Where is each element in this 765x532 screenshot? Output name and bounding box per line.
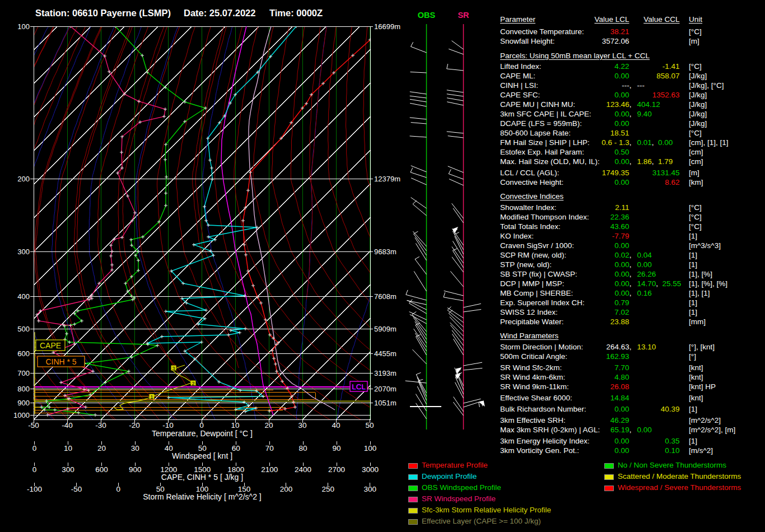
- svg-text:0: 0: [32, 465, 37, 474]
- svg-text:CAPE, CINH * 5 [ J/kg ]: CAPE, CINH * 5 [ J/kg ]: [161, 473, 243, 482]
- svg-text:-100: -100: [27, 485, 42, 493]
- svg-text:0: 0: [116, 485, 121, 493]
- svg-text:250: 250: [322, 485, 335, 493]
- svg-text:Storm Relative Helicity [ m^2/: Storm Relative Helicity [ m^2/s^2 ]: [143, 492, 262, 501]
- svg-text:2100: 2100: [261, 465, 278, 474]
- svg-text:900: 900: [129, 465, 142, 474]
- svg-text:2400: 2400: [295, 465, 311, 474]
- svg-text:600: 600: [95, 465, 108, 474]
- svg-text:200: 200: [280, 485, 293, 493]
- svg-text:300: 300: [62, 465, 74, 474]
- svg-text:2700: 2700: [328, 465, 345, 474]
- svg-text:3000: 3000: [362, 465, 379, 474]
- svg-text:-50: -50: [71, 485, 82, 493]
- svg-text:300: 300: [363, 485, 376, 493]
